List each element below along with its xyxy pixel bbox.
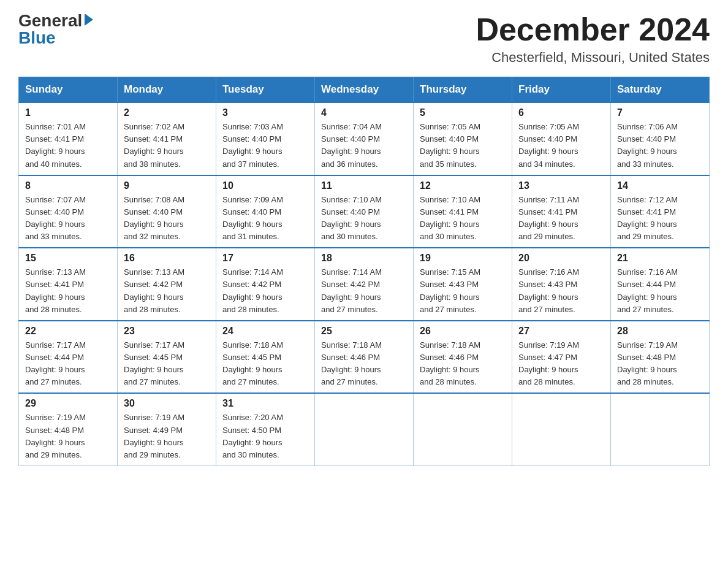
calendar-cell: 27Sunrise: 7:19 AMSunset: 4:47 PMDayligh… xyxy=(512,321,611,394)
day-info: Sunrise: 7:18 AMSunset: 4:45 PMDaylight:… xyxy=(222,339,308,389)
calendar-cell: 24Sunrise: 7:18 AMSunset: 4:45 PMDayligh… xyxy=(216,321,315,394)
weekday-header-saturday: Saturday xyxy=(611,77,710,103)
day-info: Sunrise: 7:14 AMSunset: 4:42 PMDaylight:… xyxy=(321,266,407,316)
day-number: 7 xyxy=(617,107,703,118)
day-info: Sunrise: 7:05 AMSunset: 4:40 PMDaylight:… xyxy=(420,121,506,170)
day-number: 11 xyxy=(321,180,407,191)
day-number: 21 xyxy=(617,253,703,264)
day-info: Sunrise: 7:19 AMSunset: 4:48 PMDaylight:… xyxy=(25,412,111,461)
day-info: Sunrise: 7:01 AMSunset: 4:41 PMDaylight:… xyxy=(25,121,111,170)
day-number: 24 xyxy=(222,326,308,337)
calendar-cell: 5Sunrise: 7:05 AMSunset: 4:40 PMDaylight… xyxy=(414,102,512,175)
day-info: Sunrise: 7:17 AMSunset: 4:45 PMDaylight:… xyxy=(124,339,210,389)
calendar-cell: 16Sunrise: 7:13 AMSunset: 4:42 PMDayligh… xyxy=(118,248,216,321)
day-number: 4 xyxy=(321,107,407,118)
day-number: 30 xyxy=(124,398,210,409)
week-row-2: 8Sunrise: 7:07 AMSunset: 4:40 PMDaylight… xyxy=(19,175,710,248)
day-info: Sunrise: 7:17 AMSunset: 4:44 PMDaylight:… xyxy=(25,339,111,389)
logo: General Blue xyxy=(18,12,93,47)
day-info: Sunrise: 7:05 AMSunset: 4:40 PMDaylight:… xyxy=(518,121,604,170)
calendar-cell xyxy=(512,393,611,465)
calendar-cell: 1Sunrise: 7:01 AMSunset: 4:41 PMDaylight… xyxy=(19,102,118,175)
day-info: Sunrise: 7:18 AMSunset: 4:46 PMDaylight:… xyxy=(420,339,506,389)
logo-blue: Blue xyxy=(18,29,56,47)
day-info: Sunrise: 7:03 AMSunset: 4:40 PMDaylight:… xyxy=(222,121,308,170)
calendar-cell: 12Sunrise: 7:10 AMSunset: 4:41 PMDayligh… xyxy=(414,175,512,248)
calendar-cell: 7Sunrise: 7:06 AMSunset: 4:40 PMDaylight… xyxy=(611,102,710,175)
page-header: General Blue December 2024 Chesterfield,… xyxy=(18,12,710,66)
calendar-cell: 26Sunrise: 7:18 AMSunset: 4:46 PMDayligh… xyxy=(414,321,512,394)
day-number: 18 xyxy=(321,253,407,264)
calendar-cell xyxy=(611,393,710,465)
day-info: Sunrise: 7:09 AMSunset: 4:40 PMDaylight:… xyxy=(222,194,308,243)
day-number: 25 xyxy=(321,326,407,337)
week-row-3: 15Sunrise: 7:13 AMSunset: 4:41 PMDayligh… xyxy=(19,248,710,321)
day-number: 6 xyxy=(518,107,604,118)
calendar-cell: 4Sunrise: 7:04 AMSunset: 4:40 PMDaylight… xyxy=(315,102,414,175)
logo-arrow-icon xyxy=(85,13,93,26)
calendar-cell: 10Sunrise: 7:09 AMSunset: 4:40 PMDayligh… xyxy=(216,175,315,248)
calendar-table: SundayMondayTuesdayWednesdayThursdayFrid… xyxy=(18,77,710,466)
day-info: Sunrise: 7:02 AMSunset: 4:41 PMDaylight:… xyxy=(124,121,210,170)
day-number: 31 xyxy=(222,398,308,409)
calendar-cell: 25Sunrise: 7:18 AMSunset: 4:46 PMDayligh… xyxy=(315,321,414,394)
day-number: 26 xyxy=(420,326,506,337)
day-number: 19 xyxy=(420,253,506,264)
logo-general: General xyxy=(18,12,82,29)
calendar-cell: 31Sunrise: 7:20 AMSunset: 4:50 PMDayligh… xyxy=(216,393,315,465)
calendar-cell: 17Sunrise: 7:14 AMSunset: 4:42 PMDayligh… xyxy=(216,248,315,321)
calendar-cell: 9Sunrise: 7:08 AMSunset: 4:40 PMDaylight… xyxy=(118,175,216,248)
calendar-cell: 8Sunrise: 7:07 AMSunset: 4:40 PMDaylight… xyxy=(19,175,118,248)
calendar-cell: 20Sunrise: 7:16 AMSunset: 4:43 PMDayligh… xyxy=(512,248,611,321)
day-info: Sunrise: 7:16 AMSunset: 4:43 PMDaylight:… xyxy=(518,266,604,316)
calendar-cell: 3Sunrise: 7:03 AMSunset: 4:40 PMDaylight… xyxy=(216,102,315,175)
day-info: Sunrise: 7:04 AMSunset: 4:40 PMDaylight:… xyxy=(321,121,407,170)
day-number: 12 xyxy=(420,180,506,191)
day-info: Sunrise: 7:11 AMSunset: 4:41 PMDaylight:… xyxy=(518,194,604,243)
day-number: 29 xyxy=(25,398,111,409)
weekday-header-tuesday: Tuesday xyxy=(216,77,315,103)
weekday-header-monday: Monday xyxy=(118,77,216,103)
day-info: Sunrise: 7:13 AMSunset: 4:41 PMDaylight:… xyxy=(25,266,111,316)
calendar-cell: 15Sunrise: 7:13 AMSunset: 4:41 PMDayligh… xyxy=(19,248,118,321)
day-number: 20 xyxy=(518,253,604,264)
day-number: 17 xyxy=(222,253,308,264)
week-row-1: 1Sunrise: 7:01 AMSunset: 4:41 PMDaylight… xyxy=(19,102,710,175)
day-number: 15 xyxy=(25,253,111,264)
day-number: 22 xyxy=(25,326,111,337)
weekday-header-thursday: Thursday xyxy=(414,77,512,103)
month-title: December 2024 xyxy=(476,12,710,47)
week-row-4: 22Sunrise: 7:17 AMSunset: 4:44 PMDayligh… xyxy=(19,321,710,394)
day-number: 10 xyxy=(222,180,308,191)
title-area: December 2024 Chesterfield, Missouri, Un… xyxy=(476,12,710,66)
day-info: Sunrise: 7:20 AMSunset: 4:50 PMDaylight:… xyxy=(222,412,308,461)
day-info: Sunrise: 7:08 AMSunset: 4:40 PMDaylight:… xyxy=(124,194,210,243)
day-number: 16 xyxy=(124,253,210,264)
calendar-cell: 30Sunrise: 7:19 AMSunset: 4:49 PMDayligh… xyxy=(118,393,216,465)
calendar-cell xyxy=(315,393,414,465)
week-row-5: 29Sunrise: 7:19 AMSunset: 4:48 PMDayligh… xyxy=(19,393,710,465)
day-info: Sunrise: 7:19 AMSunset: 4:48 PMDaylight:… xyxy=(617,339,703,389)
day-info: Sunrise: 7:13 AMSunset: 4:42 PMDaylight:… xyxy=(124,266,210,316)
day-number: 1 xyxy=(25,107,111,118)
calendar-cell: 19Sunrise: 7:15 AMSunset: 4:43 PMDayligh… xyxy=(414,248,512,321)
calendar-cell: 29Sunrise: 7:19 AMSunset: 4:48 PMDayligh… xyxy=(19,393,118,465)
calendar-cell xyxy=(414,393,512,465)
calendar-cell: 14Sunrise: 7:12 AMSunset: 4:41 PMDayligh… xyxy=(611,175,710,248)
day-info: Sunrise: 7:06 AMSunset: 4:40 PMDaylight:… xyxy=(617,121,703,170)
calendar-cell: 22Sunrise: 7:17 AMSunset: 4:44 PMDayligh… xyxy=(19,321,118,394)
day-info: Sunrise: 7:12 AMSunset: 4:41 PMDaylight:… xyxy=(617,194,703,243)
day-number: 5 xyxy=(420,107,506,118)
weekday-header-row: SundayMondayTuesdayWednesdayThursdayFrid… xyxy=(19,77,710,103)
day-number: 27 xyxy=(518,326,604,337)
day-info: Sunrise: 7:16 AMSunset: 4:44 PMDaylight:… xyxy=(617,266,703,316)
calendar-cell: 23Sunrise: 7:17 AMSunset: 4:45 PMDayligh… xyxy=(118,321,216,394)
day-info: Sunrise: 7:10 AMSunset: 4:41 PMDaylight:… xyxy=(420,194,506,243)
weekday-header-sunday: Sunday xyxy=(19,77,118,103)
day-number: 2 xyxy=(124,107,210,118)
day-number: 8 xyxy=(25,180,111,191)
day-number: 9 xyxy=(124,180,210,191)
calendar-cell: 28Sunrise: 7:19 AMSunset: 4:48 PMDayligh… xyxy=(611,321,710,394)
calendar-cell: 2Sunrise: 7:02 AMSunset: 4:41 PMDaylight… xyxy=(118,102,216,175)
day-number: 14 xyxy=(617,180,703,191)
